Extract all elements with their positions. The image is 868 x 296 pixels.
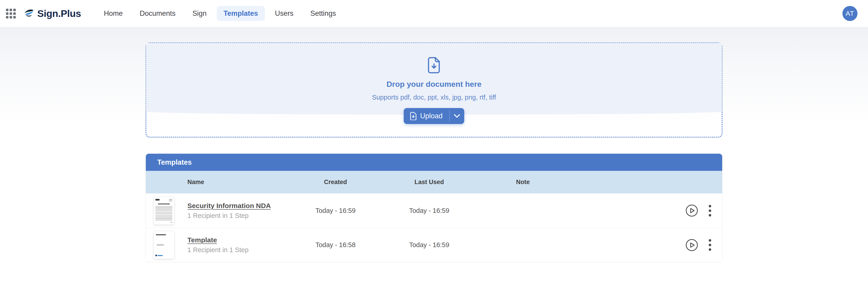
templates-card-header: Templates — [146, 154, 722, 171]
nav-item-sign[interactable]: Sign — [186, 6, 213, 21]
upload-options-button[interactable] — [450, 108, 464, 124]
document-thumbnail[interactable] — [153, 197, 175, 225]
template-name-cell: Security Information NDA 1 Recipient in … — [146, 197, 290, 225]
kebab-menu-icon[interactable] — [708, 204, 712, 218]
nav-item-settings[interactable]: Settings — [304, 6, 343, 21]
template-name-link[interactable]: Template — [187, 236, 249, 244]
table-row: Security Information NDA 1 Recipient in … — [146, 193, 722, 228]
nav-item-templates[interactable]: Templates — [217, 6, 265, 21]
dropzone-supported-formats: Supports pdf, doc, ppt, xls, jpg, png, r… — [372, 94, 496, 101]
dropzone-title: Drop your document here — [386, 80, 482, 89]
nav-item-users[interactable]: Users — [268, 6, 300, 21]
document-download-icon — [428, 57, 440, 74]
templates-card: Templates Name Created Last Used Note Se… — [146, 154, 722, 262]
top-navigation-bar: Sign.Plus Home Documents Sign Templates … — [0, 0, 868, 27]
document-thumbnail[interactable] — [153, 231, 175, 259]
template-recipients: 1 Recipient in 1 Step — [187, 212, 271, 220]
last-used-cell: Today - 16:59 — [381, 241, 477, 249]
nav-item-home[interactable]: Home — [97, 6, 130, 21]
document-dropzone[interactable]: Drop your document here Supports pdf, do… — [146, 42, 722, 137]
template-name-link[interactable]: Security Information NDA — [187, 202, 271, 210]
upload-icon — [410, 112, 416, 120]
column-header-name: Name — [146, 178, 290, 186]
kebab-menu-icon[interactable] — [708, 238, 712, 252]
brand-name: Sign.Plus — [37, 8, 81, 19]
main-nav: Home Documents Sign Templates Users Sett… — [97, 6, 343, 21]
created-cell: Today - 16:59 — [290, 207, 381, 215]
chevron-down-icon — [454, 114, 460, 118]
avatar[interactable]: AT — [842, 6, 858, 21]
table-row: Template 1 Recipient in 1 Step Today - 1… — [146, 228, 722, 262]
column-header-note: Note — [477, 178, 568, 186]
column-header-created: Created — [290, 178, 381, 186]
column-header-last-used: Last Used — [381, 178, 477, 186]
upload-button-label: Upload — [420, 112, 442, 120]
brand-logo[interactable]: Sign.Plus — [24, 8, 81, 19]
upload-button[interactable]: Upload — [404, 108, 449, 124]
table-header-row: Name Created Last Used Note — [146, 171, 722, 193]
templates-title: Templates — [157, 158, 192, 166]
apps-grid-icon[interactable] — [6, 9, 16, 19]
dropzone-content: Drop your document here Supports pdf, do… — [146, 43, 722, 101]
upload-split-button: Upload — [404, 108, 464, 124]
page-body: Drop your document here Supports pdf, do… — [0, 27, 868, 296]
row-actions — [568, 238, 722, 252]
template-recipients: 1 Recipient in 1 Step — [187, 246, 249, 254]
play-icon[interactable] — [685, 204, 698, 217]
row-actions — [568, 204, 722, 218]
brand-logo-icon — [24, 8, 34, 19]
nav-item-documents[interactable]: Documents — [133, 6, 182, 21]
created-cell: Today - 16:58 — [290, 241, 381, 249]
last-used-cell: Today - 16:59 — [381, 207, 477, 215]
play-icon[interactable] — [685, 239, 698, 252]
template-name-cell: Template 1 Recipient in 1 Step — [146, 231, 290, 259]
